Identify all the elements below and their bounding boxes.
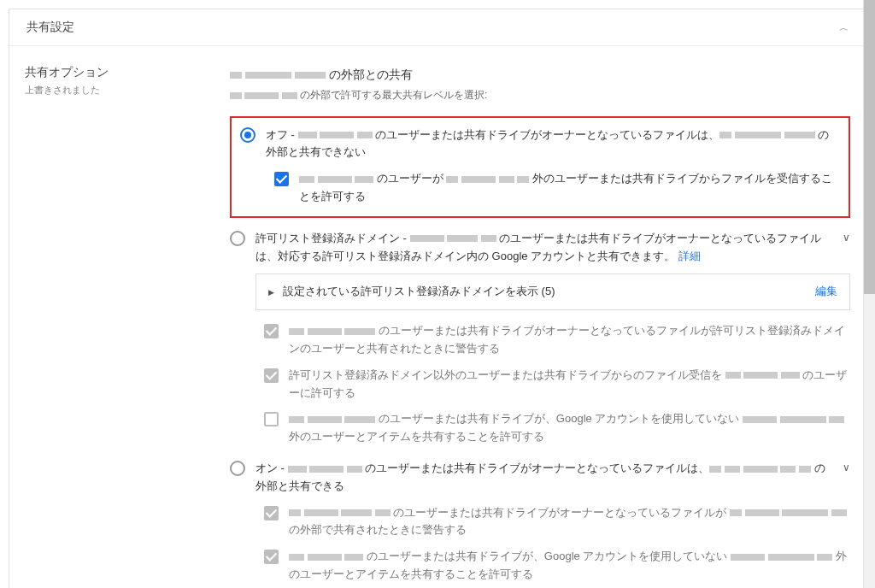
left-column: 共有オプション 上書きされました — [25, 65, 230, 588]
radio-icon-selected[interactable] — [240, 127, 255, 143]
edit-link[interactable]: 編集 — [815, 283, 837, 301]
sub-chk-receive-nonallow[interactable]: 許可リスト登録済みドメイン以外のユーザーまたは共有ドライブからのファイル受信を … — [264, 367, 850, 403]
checkbox-icon-checked[interactable] — [274, 172, 289, 186]
triangle-right-icon: ▶ — [268, 286, 274, 298]
sub-chk-on-warn[interactable]: のユーザーまたは共有ドライブがオーナーとなっているファイルが の外部で共有された… — [264, 504, 850, 540]
panel-content: 共有オプション 上書きされました の外部との共有 の外部で許可する最大共有レベル… — [9, 46, 866, 588]
sub-chk-label: 許可リスト登録済みドメイン以外のユーザーまたは共有ドライブからのファイル受信を … — [289, 367, 850, 403]
highlighted-option-off: オフ - のユーザーまたは共有ドライブがオーナーとなっているファイルは、 の外部… — [230, 116, 850, 218]
radio-on[interactable]: オン - のユーザーまたは共有ドライブがオーナーとなっているファイルは、 の外部… — [230, 460, 850, 496]
checkbox-icon-checked-disabled — [264, 324, 279, 338]
sub-chk-warn-allowlist[interactable]: のユーザーまたは共有ドライブがオーナーとなっているファイルが許可リスト登録済みド… — [264, 322, 850, 358]
scrollbar-thumb[interactable] — [864, 0, 875, 294]
radio-icon[interactable] — [230, 461, 245, 476]
domain-expander[interactable]: ▶ 設定されている許可リスト登録済みドメインを表示 (5) 編集 — [255, 273, 850, 310]
scrollbar[interactable] — [863, 0, 875, 588]
chk-allow-receive[interactable]: のユーザーが 外のユーザーまたは共有ドライブからファイルを受信することを許可する — [274, 170, 840, 206]
chevron-down-icon[interactable]: ∨ — [843, 460, 850, 476]
radio-allowlist-block: 許可リスト登録済みドメイン - のユーザーまたは共有ドライブがオーナーとなってい… — [230, 230, 850, 446]
radio-on-block: オン - のユーザーまたは共有ドライブがオーナーとなっているファイルは、 の外部… — [230, 460, 850, 584]
checkbox-icon-checked-disabled — [264, 506, 279, 520]
sub-chk-label: のユーザーまたは共有ドライブがオーナーとなっているファイルが の外部で共有された… — [289, 504, 850, 540]
section-title: の外部との共有 — [230, 65, 850, 84]
panel-header[interactable]: 共有設定 ︿ — [9, 9, 866, 46]
settings-panel: 共有設定 ︿ 共有オプション 上書きされました の外部との共有 の外部で許可する… — [9, 9, 866, 588]
panel-title: 共有設定 — [26, 20, 74, 35]
expander-label: 設定されている許可リスト登録済みドメインを表示 (5) — [283, 283, 555, 301]
radio-allowlist[interactable]: 許可リスト登録済みドメイン - のユーザーまたは共有ドライブがオーナーとなってい… — [230, 230, 850, 266]
checkbox-icon-unchecked-disabled — [264, 412, 279, 426]
option-override-note: 上書きされました — [25, 84, 230, 97]
checkbox-icon-checked-disabled — [264, 550, 279, 564]
section-sub: の外部で許可する最大共有レベルを選択: — [230, 87, 850, 103]
radio-allowlist-label: 許可リスト登録済みドメイン - のユーザーまたは共有ドライブがオーナーとなってい… — [255, 230, 825, 266]
radio-off-label: オフ - のユーザーまたは共有ドライブがオーナーとなっているファイルは、 の外部… — [266, 126, 840, 162]
sub-chk-label: のユーザーまたは共有ドライブが、Google アカウントを使用していない 外のユ… — [289, 548, 850, 584]
checkbox-icon-checked-disabled — [264, 368, 279, 383]
chevron-down-icon[interactable]: ∨ — [843, 230, 850, 246]
right-column: の外部との共有 の外部で許可する最大共有レベルを選択: オフ - のユーザーまた… — [230, 65, 850, 588]
sub-chk-label: のユーザーまたは共有ドライブがオーナーとなっているファイルが許可リスト登録済みド… — [289, 322, 850, 358]
option-heading: 共有オプション — [25, 65, 230, 80]
details-link[interactable]: 詳細 — [678, 250, 701, 262]
radio-on-label: オン - のユーザーまたは共有ドライブがオーナーとなっているファイルは、 の外部… — [255, 460, 825, 496]
sub-chk-label: のユーザーまたは共有ドライブが、Google アカウントを使用していない 外のユ… — [289, 410, 850, 446]
chevron-up-icon: ︿ — [839, 21, 849, 34]
radio-off[interactable]: オフ - のユーザーまたは共有ドライブがオーナーとなっているファイルは、 の外部… — [240, 126, 840, 162]
sub-chk-nogoogle-share[interactable]: のユーザーまたは共有ドライブが、Google アカウントを使用していない 外のユ… — [264, 410, 850, 446]
chk-allow-receive-label: のユーザーが 外のユーザーまたは共有ドライブからファイルを受信することを許可する — [299, 170, 840, 206]
sub-chk-on-nogoogle[interactable]: のユーザーまたは共有ドライブが、Google アカウントを使用していない 外のユ… — [264, 548, 850, 584]
radio-icon[interactable] — [230, 231, 245, 246]
